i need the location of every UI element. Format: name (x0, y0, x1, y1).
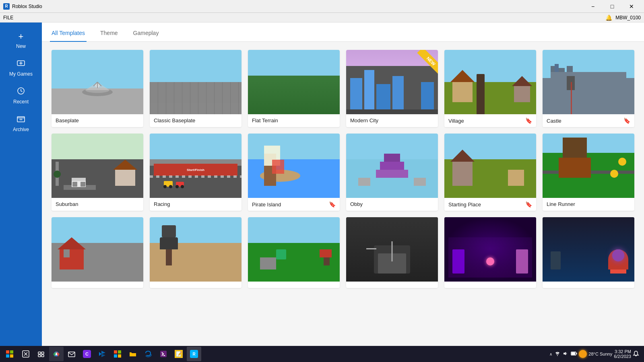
thumb-racing: Start/Finish (150, 134, 242, 198)
template-label-row (150, 282, 242, 288)
taskbar-weather[interactable]: 28°C Sunny (579, 350, 612, 358)
svg-point-16 (163, 185, 167, 188)
template-card-pirate-island[interactable]: Pirate Island 🔖 (248, 134, 340, 211)
notification-icon[interactable]: 🔔 (605, 14, 612, 21)
template-card-starting-place[interactable]: Starting Place 🔖 (444, 134, 536, 211)
thumb-row3e (444, 217, 536, 282)
sidebar-label-recent: Recent (13, 99, 29, 105)
taskbar-explorer[interactable] (126, 347, 140, 361)
thumb-pirate (248, 134, 340, 198)
tab-theme[interactable]: Theme (99, 25, 120, 42)
taskbar-chrome[interactable] (49, 347, 64, 361)
svg-rect-29 (41, 352, 44, 354)
template-card-row3b[interactable] (150, 217, 242, 288)
tray-up-icon[interactable]: ∧ (549, 352, 552, 356)
mygames-icon (17, 59, 25, 70)
notification-center-icon[interactable] (633, 350, 639, 358)
taskbar-vs2[interactable] (156, 347, 171, 361)
new-badge: NEW (406, 50, 438, 82)
bookmark-icon[interactable]: 🔖 (525, 117, 532, 124)
template-label-row (52, 282, 143, 288)
bookmark-icon[interactable]: 🔖 (623, 117, 630, 124)
template-label-row: Obby (346, 198, 438, 210)
template-label-row: Village 🔖 (444, 114, 536, 127)
thumb-modern: NEW (346, 50, 438, 114)
tab-all-templates[interactable]: All Templates (50, 25, 87, 42)
template-card-modern-city[interactable]: NEW Modern City (346, 50, 438, 127)
svg-rect-34 (68, 352, 75, 357)
title-bar-left: R Roblox Studio (3, 3, 42, 10)
sidebar-item-recent[interactable]: Recent (0, 82, 42, 109)
taskbar-datetime[interactable]: 3:32 PM 6/2/2023 (614, 349, 631, 359)
file-menu[interactable]: FILE (3, 15, 13, 21)
app-title: Roblox Studio (12, 4, 42, 9)
thumb-row3f (543, 217, 634, 282)
taskbar-roblox[interactable]: R (187, 347, 201, 361)
template-label-row: Suburban (52, 198, 143, 210)
bookmark-icon[interactable]: 🔖 (525, 201, 532, 208)
sidebar-item-mygames[interactable]: My Games (0, 54, 42, 82)
template-label-row: Castle 🔖 (543, 114, 634, 127)
taskbar-vs[interactable] (95, 347, 109, 361)
sidebar-item-archive[interactable]: Archive (0, 109, 42, 137)
thumb-obby (346, 134, 438, 198)
svg-point-17 (169, 185, 172, 188)
template-card-obby[interactable]: Obby (346, 134, 438, 211)
template-card-line-runner[interactable]: Line Runner (543, 134, 634, 211)
battery-icon[interactable] (571, 351, 577, 357)
template-card-castle[interactable]: Castle 🔖 (543, 50, 634, 127)
minimize-button[interactable]: − (584, 0, 602, 13)
thumb-flat (248, 50, 340, 114)
svg-rect-21 (6, 350, 9, 354)
template-label-row (346, 282, 438, 288)
taskbar-task-view[interactable] (34, 347, 48, 361)
sidebar-label-mygames: My Games (9, 71, 33, 77)
template-card-baseplate[interactable]: Baseplate (52, 50, 143, 127)
sidebar-label-archive: Archive (13, 127, 29, 132)
window-controls: − □ ✕ (584, 0, 641, 13)
template-card-village[interactable]: Village 🔖 (444, 50, 536, 127)
template-card-suburban[interactable]: Suburban (52, 134, 143, 211)
taskbar-store[interactable] (110, 347, 125, 361)
template-card-row3f[interactable] (543, 217, 634, 288)
tabs-bar: All Templates Theme Gameplay (42, 23, 644, 42)
menu-bar-right: 🔔 MBW_0100 (605, 14, 641, 21)
volume-icon[interactable] (563, 351, 568, 357)
template-card-racing[interactable]: Start/Finish (150, 134, 242, 211)
weather-text: 28°C Sunny (588, 352, 612, 356)
taskbar-sticky[interactable]: 📝 (171, 347, 186, 361)
template-name: Castle (547, 118, 561, 124)
svg-rect-24 (10, 354, 13, 358)
content-area: All Templates Theme Gameplay (42, 23, 644, 346)
template-card-classic-baseplate[interactable]: Classic Baseplate (150, 50, 242, 127)
svg-rect-44 (572, 352, 575, 355)
template-name: Line Runner (547, 201, 575, 207)
template-card-row3e[interactable] (444, 217, 536, 288)
close-button[interactable]: ✕ (622, 0, 641, 13)
template-name: Classic Baseplate (154, 117, 195, 123)
network-icon[interactable] (555, 351, 560, 357)
start-button[interactable] (2, 347, 18, 361)
app-container: + New My Games Recent (0, 23, 644, 346)
template-card-row3a[interactable] (52, 217, 143, 288)
app-icon: R (3, 3, 10, 10)
thumb-row3c (248, 217, 340, 282)
taskbar-edge[interactable] (141, 347, 155, 361)
taskbar-canva[interactable]: C (80, 347, 94, 361)
template-name: Modern City (350, 117, 378, 123)
taskbar-search[interactable] (19, 347, 33, 361)
bookmark-icon[interactable]: 🔖 (329, 201, 336, 208)
tab-gameplay[interactable]: Gameplay (132, 25, 161, 42)
svg-rect-23 (6, 354, 9, 358)
time-display: 3:32 PM (614, 349, 631, 354)
template-card-row3d[interactable] (346, 217, 438, 288)
sidebar-item-new[interactable]: + New (0, 27, 42, 54)
svg-rect-36 (118, 350, 121, 354)
thumb-row3b (150, 217, 242, 282)
taskbar-mail[interactable] (64, 347, 79, 361)
template-card-row3c[interactable] (248, 217, 340, 288)
date-display: 6/2/2023 (614, 354, 631, 359)
maximize-button[interactable]: □ (603, 0, 621, 13)
svg-rect-22 (10, 350, 13, 354)
template-card-flat-terrain[interactable]: Flat Terrain (248, 50, 340, 127)
